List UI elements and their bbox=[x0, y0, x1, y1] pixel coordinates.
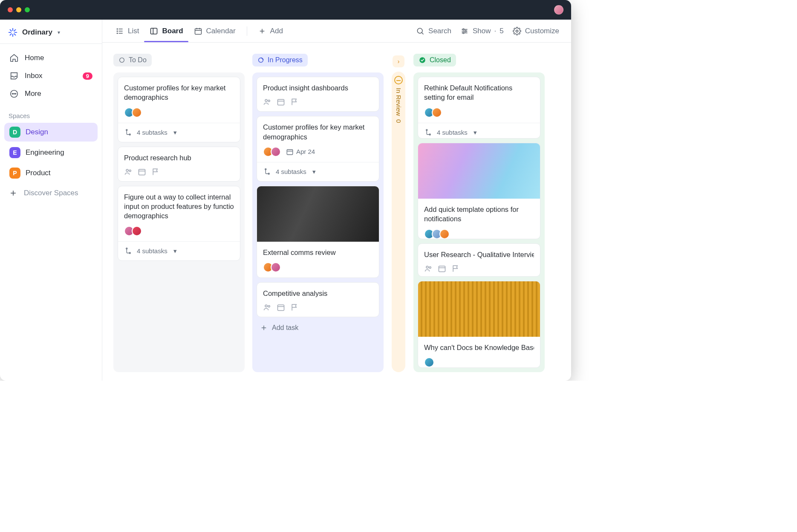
primary-nav: Home Inbox 9 More bbox=[0, 44, 102, 104]
plus-icon bbox=[257, 26, 267, 36]
column-in-progress-header[interactable]: In Progress bbox=[252, 54, 308, 66]
task-card[interactable]: Customer profiles for key market demogra… bbox=[257, 116, 379, 182]
space-engineering[interactable]: E Engineering bbox=[4, 143, 98, 162]
assignees[interactable] bbox=[424, 107, 442, 118]
svg-line-5 bbox=[14, 34, 15, 35]
people-icon[interactable] bbox=[124, 168, 133, 176]
space-product[interactable]: P Product bbox=[4, 164, 98, 182]
show-label: Show bbox=[473, 27, 491, 35]
add-view-button[interactable]: Add bbox=[255, 24, 286, 38]
people-icon[interactable] bbox=[424, 264, 433, 273]
subtasks-toggle[interactable]: 4 subtasks ▾ bbox=[418, 123, 540, 139]
task-card[interactable]: Product insight dashboards bbox=[257, 77, 379, 112]
home-icon bbox=[9, 53, 19, 63]
show-button[interactable]: Show · 5 bbox=[457, 24, 506, 38]
ellipsis-icon bbox=[9, 89, 19, 98]
task-title: Why can't Docs be Knowledge Base bbox=[424, 343, 534, 352]
svg-point-40 bbox=[126, 169, 128, 171]
task-title: Rethink Default Notifications setting fo… bbox=[424, 83, 534, 102]
column-in-review-header[interactable]: In Review 0 bbox=[392, 72, 405, 372]
subtask-icon bbox=[424, 128, 433, 137]
tab-list-label: List bbox=[128, 27, 139, 35]
chevron-down-icon: ▾ bbox=[58, 29, 60, 35]
calendar-icon[interactable] bbox=[277, 98, 285, 106]
discover-spaces[interactable]: Discover Spaces bbox=[0, 183, 102, 203]
tab-calendar[interactable]: Calendar bbox=[190, 20, 239, 42]
due-date[interactable]: Apr 24 bbox=[286, 148, 315, 156]
nav-more-label: More bbox=[25, 90, 41, 98]
svg-point-28 bbox=[417, 28, 422, 33]
task-card[interactable]: Customer profiles for key market demogra… bbox=[118, 77, 240, 142]
current-user-avatar[interactable] bbox=[554, 5, 563, 14]
search-button[interactable]: Search bbox=[413, 24, 454, 38]
list-icon bbox=[115, 26, 124, 36]
flag-icon[interactable] bbox=[290, 303, 299, 312]
svg-line-4 bbox=[10, 30, 12, 31]
flag-icon[interactable] bbox=[290, 98, 299, 106]
app-logo-icon bbox=[8, 27, 18, 38]
svg-rect-51 bbox=[287, 150, 293, 155]
people-icon[interactable] bbox=[263, 303, 271, 312]
column-todo-label: To Do bbox=[129, 56, 147, 64]
tab-calendar-label: Calendar bbox=[206, 27, 236, 35]
assignees[interactable] bbox=[124, 226, 142, 236]
task-card[interactable]: Figure out a way to collect internal inp… bbox=[118, 186, 240, 261]
task-card[interactable]: External comms review bbox=[257, 186, 379, 278]
chevron-down-icon: ▾ bbox=[173, 129, 177, 136]
column-todo: To Do Customer profiles for key market d… bbox=[113, 54, 245, 372]
svg-point-10 bbox=[14, 93, 14, 94]
tab-board-label: Board bbox=[162, 27, 183, 35]
calendar-icon[interactable] bbox=[277, 303, 285, 312]
workspace-switcher[interactable]: Ordinary ▾ bbox=[0, 20, 102, 44]
task-card[interactable]: Competitive analysis bbox=[257, 282, 379, 317]
nav-more[interactable]: More bbox=[4, 85, 98, 103]
calendar-icon[interactable] bbox=[138, 168, 146, 176]
assignees[interactable] bbox=[263, 147, 281, 157]
assignees[interactable] bbox=[424, 357, 434, 367]
assignees[interactable] bbox=[424, 229, 450, 239]
space-engineering-label: Engineering bbox=[26, 148, 64, 157]
flag-icon[interactable] bbox=[451, 264, 460, 273]
customize-button[interactable]: Customize bbox=[510, 24, 562, 38]
people-icon[interactable] bbox=[263, 98, 271, 106]
subtasks-toggle[interactable]: 4 subtasks ▾ bbox=[118, 241, 240, 260]
subtasks-toggle[interactable]: 4 subtasks ▾ bbox=[257, 162, 379, 181]
column-closed: Closed Rethink Default Notifications set… bbox=[413, 54, 545, 372]
column-closed-body: Rethink Default Notifications setting fo… bbox=[413, 72, 545, 372]
task-card[interactable]: Why can't Docs be Knowledge Base bbox=[418, 281, 540, 368]
column-closed-header[interactable]: Closed bbox=[413, 54, 456, 66]
nav-inbox[interactable]: Inbox 9 bbox=[4, 67, 98, 85]
titlebar bbox=[0, 0, 571, 20]
calendar-icon[interactable] bbox=[438, 264, 446, 273]
svg-line-29 bbox=[422, 32, 423, 34]
svg-point-48 bbox=[268, 100, 270, 102]
tab-list[interactable]: List bbox=[112, 20, 142, 42]
nav-home[interactable]: Home bbox=[4, 49, 98, 67]
svg-point-18 bbox=[117, 31, 118, 32]
main-content: List Board Calendar Add Se bbox=[102, 20, 571, 381]
column-todo-header[interactable]: To Do bbox=[113, 54, 152, 66]
assignees[interactable] bbox=[124, 107, 142, 118]
task-card[interactable]: Product research hub bbox=[118, 147, 240, 182]
progress-icon bbox=[257, 57, 264, 64]
add-task-button[interactable]: Add task bbox=[257, 321, 379, 332]
task-card[interactable]: Rethink Default Notifications setting fo… bbox=[418, 77, 540, 139]
close-window-button[interactable] bbox=[8, 7, 13, 12]
maximize-window-button[interactable] bbox=[25, 7, 30, 12]
inbox-badge: 9 bbox=[83, 72, 92, 80]
task-title: Customer profiles for key market demogra… bbox=[124, 83, 234, 102]
task-card[interactable]: Add quick template options for notificat… bbox=[418, 143, 540, 239]
assignees[interactable] bbox=[263, 262, 281, 272]
task-card[interactable]: User Research - Qualitative Interview bbox=[418, 243, 540, 277]
subtasks-label: 4 subtasks bbox=[137, 247, 167, 254]
subtasks-toggle[interactable]: 4 subtasks ▾ bbox=[118, 123, 240, 142]
space-design[interactable]: D Design bbox=[4, 123, 98, 142]
task-title: Customer profiles for key market demogra… bbox=[263, 122, 373, 142]
subtasks-label: 4 subtasks bbox=[276, 168, 306, 175]
tab-board[interactable]: Board bbox=[146, 20, 186, 42]
expand-column-button[interactable]: › bbox=[393, 55, 404, 67]
minimize-window-button[interactable] bbox=[16, 7, 21, 12]
svg-point-56 bbox=[268, 306, 270, 307]
svg-point-19 bbox=[117, 33, 118, 34]
flag-icon[interactable] bbox=[151, 168, 160, 176]
